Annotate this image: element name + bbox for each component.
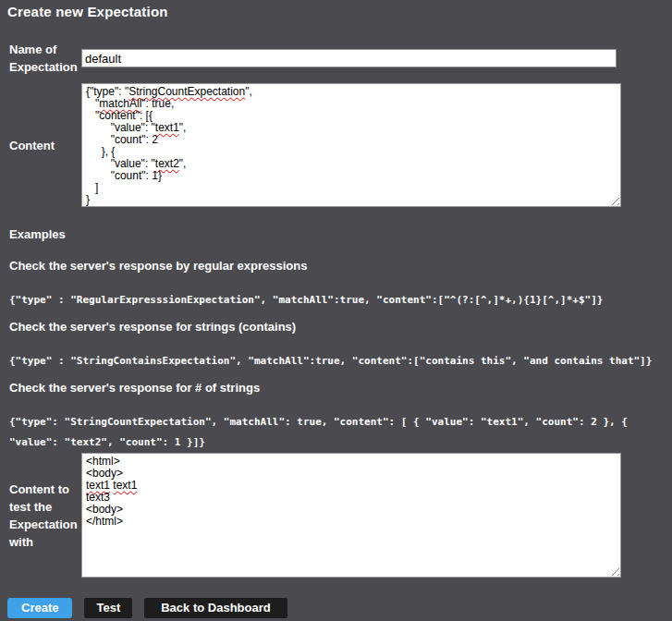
example-contains-caption: Check the server's response for strings … [9,320,672,334]
example-contains: Check the server's response for strings … [9,320,672,371]
content-row: Content {"type": "StringCountExpectation… [9,83,672,207]
create-button[interactable]: Create [7,598,72,618]
page-title: Create new Expectation [0,0,672,19]
example-regex: Check the server's response by regular e… [9,259,672,310]
example-contains-code: {"type" : "StringContainsExpectation", "… [9,351,672,371]
examples-heading: Examples [9,227,672,241]
test-content-editor[interactable]: <html> <body> text1 text1 text3 <body> <… [81,453,621,578]
create-expectation-page: Create new Expectation Name of Expectati… [0,0,672,621]
content-editor[interactable]: {"type": "StringCountExpectation", "matc… [81,83,621,207]
test-content-editor-text[interactable]: <html> <body> text1 text1 text3 <body> <… [82,454,620,577]
content-label: Content [9,137,78,154]
name-of-expectation-label: Name of Expectation [9,41,78,76]
content-editor-text[interactable]: {"type": "StringCountExpectation", "matc… [82,84,620,206]
example-regex-code: {"type" : "RegularExpresssionExpectation… [9,290,672,310]
examples-section: Examples Check the server's response by … [9,227,672,453]
name-row: Name of Expectation [9,41,672,76]
button-row: Create Test Back to Dashboard [7,598,672,618]
test-content-label: Content to test the Expectation with [9,481,78,551]
test-content-row: Content to test the Expectation with <ht… [9,453,672,578]
back-to-dashboard-button[interactable]: Back to Dashboard [144,598,287,618]
example-count-code: {"type": "StringCountExpectation", "matc… [9,412,672,453]
example-regex-caption: Check the server's response by regular e… [9,259,672,273]
example-count: Check the server's response for # of str… [9,381,672,453]
test-button[interactable]: Test [84,598,132,618]
example-count-caption: Check the server's response for # of str… [9,381,672,395]
expectation-name-input[interactable] [81,49,617,67]
